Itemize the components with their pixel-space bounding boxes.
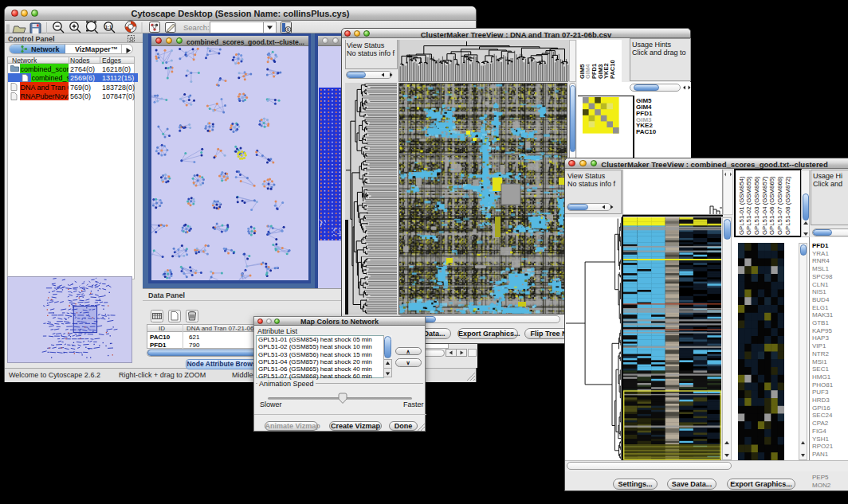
svg-text:CLN1: CLN1 — [812, 281, 829, 288]
svg-text:PAC10: PAC10 — [636, 128, 657, 135]
svg-text:NTR2: NTR2 — [812, 350, 829, 357]
svg-text:GPL51-01 (GSM854): GPL51-01 (GSM854) — [738, 176, 745, 235]
svg-text:PAN1: PAN1 — [812, 451, 829, 458]
svg-text:MAK31: MAK31 — [812, 311, 834, 318]
svg-text:ELG1: ELG1 — [812, 304, 829, 311]
svg-text:MSL1: MSL1 — [812, 265, 829, 272]
svg-text:PUF3: PUF3 — [812, 389, 829, 396]
svg-text:YRA1: YRA1 — [812, 250, 829, 257]
svg-text:GPL51-02 (GSM855): GPL51-02 (GSM855) — [745, 176, 752, 235]
svg-text:PFD1: PFD1 — [812, 242, 829, 249]
svg-text:HAP3: HAP3 — [812, 334, 829, 342]
svg-text:YSH1: YSH1 — [812, 436, 829, 443]
svg-text:BUD4: BUD4 — [812, 296, 830, 303]
svg-text:CPA2: CPA2 — [812, 420, 829, 427]
svg-text:PHO81: PHO81 — [812, 381, 834, 389]
svg-text:VIP1: VIP1 — [812, 342, 826, 350]
svg-text:GPL51-04 (GSM857): GPL51-04 (GSM857) — [761, 176, 768, 235]
svg-text:RNR4: RNR4 — [812, 257, 830, 264]
svg-text:GTB1: GTB1 — [812, 319, 829, 326]
svg-text:HMG1: HMG1 — [812, 373, 831, 381]
svg-text:MSI1: MSI1 — [812, 358, 827, 365]
svg-text:GPL51-07 (GSM868): GPL51-07 (GSM868) — [776, 176, 783, 235]
svg-text:SPC98: SPC98 — [812, 273, 833, 280]
svg-text:GPL51-03 (GSM856): GPL51-03 (GSM856) — [753, 176, 760, 235]
svg-text:KAP95: KAP95 — [812, 327, 832, 334]
svg-text:1:1: 1:1 — [105, 25, 112, 29]
svg-text:SEC24: SEC24 — [812, 412, 833, 419]
svg-text:PAC10: PAC10 — [609, 60, 616, 79]
svg-text:GPL51-08 (GSM872): GPL51-08 (GSM872) — [784, 176, 791, 235]
svg-text:FIG4: FIG4 — [812, 428, 826, 435]
svg-text:SEC1: SEC1 — [812, 365, 829, 373]
svg-text:GPI16: GPI16 — [812, 404, 830, 412]
svg-text:MON2: MON2 — [812, 482, 831, 489]
svg-text:GPL51-06 (GSM865): GPL51-06 (GSM865) — [768, 176, 775, 235]
svg-text:HRD3: HRD3 — [812, 397, 830, 404]
svg-text:PEP5: PEP5 — [812, 474, 829, 481]
svg-text:RPO21: RPO21 — [812, 443, 834, 450]
svg-text:Search:: Search: — [183, 23, 210, 32]
svg-text:NIS1: NIS1 — [812, 288, 826, 295]
